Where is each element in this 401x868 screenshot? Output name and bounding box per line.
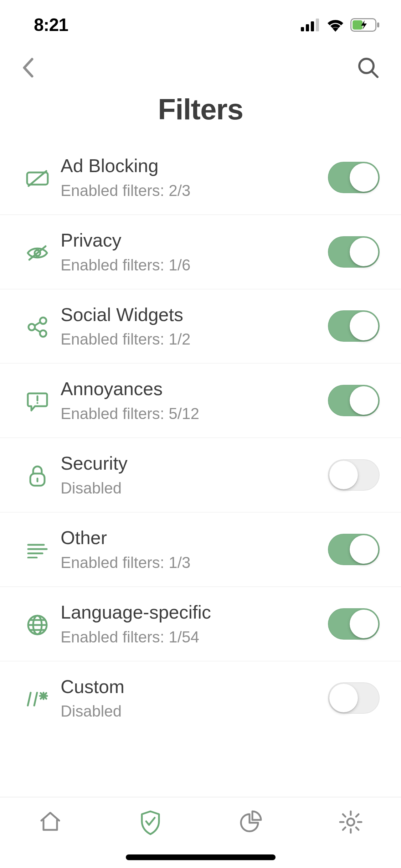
eye-off-icon: [26, 244, 49, 262]
back-button[interactable]: [21, 57, 34, 78]
svg-point-15: [40, 330, 46, 337]
row-security[interactable]: Security Disabled: [0, 438, 401, 512]
ad-block-icon: [26, 170, 49, 187]
svg-point-37: [347, 818, 354, 826]
svg-point-14: [29, 324, 35, 330]
svg-line-45: [343, 827, 345, 830]
toggle-security[interactable]: [328, 459, 380, 491]
lock-icon: [28, 465, 47, 487]
row-sub: Enabled filters: 1/3: [61, 554, 328, 572]
status-bar: 8:21: [0, 0, 401, 43]
svg-rect-5: [377, 22, 379, 27]
row-annoyances[interactable]: Annoyances Enabled filters: 5/12: [0, 363, 401, 438]
toggle-annoyances[interactable]: [328, 385, 380, 416]
svg-line-44: [356, 814, 359, 817]
tab-protection[interactable]: [100, 810, 200, 836]
globe-icon: [27, 614, 48, 636]
toggle-language[interactable]: [328, 608, 380, 640]
svg-line-43: [356, 827, 359, 830]
status-time: 8:21: [34, 15, 68, 35]
share-icon: [27, 316, 48, 338]
toggle-privacy[interactable]: [328, 236, 380, 268]
row-sub: Enabled filters: 1/54: [61, 628, 328, 646]
row-title: Other: [61, 527, 328, 549]
row-title: Ad Blocking: [61, 155, 328, 177]
pie-icon: [239, 810, 262, 833]
code-icon: [26, 691, 48, 707]
toggle-custom[interactable]: [328, 682, 380, 714]
row-sub: Enabled filters: 2/3: [61, 182, 328, 200]
svg-rect-1: [306, 24, 309, 31]
svg-point-13: [40, 317, 46, 324]
svg-rect-2: [311, 21, 314, 31]
row-ad-blocking[interactable]: Ad Blocking Enabled filters: 2/3: [0, 140, 401, 215]
row-sub: Enabled filters: 1/6: [61, 256, 328, 274]
gear-icon: [339, 810, 363, 834]
row-sub: Disabled: [61, 479, 328, 497]
shield-check-icon: [139, 810, 162, 836]
chevron-left-icon: [21, 57, 34, 78]
home-indicator: [126, 854, 276, 860]
svg-line-31: [28, 693, 31, 706]
nav-bar: [0, 43, 401, 93]
tab-stats[interactable]: [201, 810, 301, 833]
toggle-social[interactable]: [328, 310, 380, 342]
row-custom[interactable]: Custom Disabled: [0, 661, 401, 735]
svg-line-8: [372, 71, 377, 77]
status-indicators: [301, 18, 380, 32]
svg-line-17: [35, 329, 40, 332]
row-privacy[interactable]: Privacy Enabled filters: 1/6: [0, 215, 401, 289]
tab-settings[interactable]: [301, 810, 401, 834]
tab-home[interactable]: [0, 810, 100, 833]
row-title: Language-specific: [61, 602, 328, 623]
battery-icon: [350, 18, 380, 32]
search-icon: [357, 56, 380, 79]
svg-line-16: [35, 322, 40, 326]
row-language[interactable]: Language-specific Enabled filters: 1/54: [0, 587, 401, 661]
svg-line-42: [343, 814, 345, 817]
row-title: Security: [61, 453, 328, 474]
row-title: Social Widgets: [61, 304, 328, 326]
row-social[interactable]: Social Widgets Enabled filters: 1/2: [0, 289, 401, 364]
search-button[interactable]: [357, 56, 380, 79]
lines-icon: [27, 543, 48, 558]
row-other[interactable]: Other Enabled filters: 1/3: [0, 512, 401, 587]
toggle-ad-blocking[interactable]: [328, 162, 380, 193]
chat-alert-icon: [26, 391, 48, 412]
row-title: Annoyances: [61, 378, 328, 400]
svg-point-19: [37, 402, 38, 404]
svg-line-32: [34, 693, 37, 706]
row-sub: Enabled filters: 1/2: [61, 330, 328, 348]
row-title: Custom: [61, 676, 328, 698]
svg-rect-0: [301, 27, 304, 31]
cellular-icon: [301, 19, 320, 31]
row-sub: Enabled filters: 5/12: [61, 405, 328, 423]
filter-list: Ad Blocking Enabled filters: 2/3 Privacy…: [0, 140, 401, 797]
home-icon: [38, 810, 62, 833]
page-title: Filters: [0, 93, 401, 126]
svg-rect-6: [353, 20, 363, 30]
wifi-icon: [326, 18, 345, 32]
toggle-other[interactable]: [328, 534, 380, 565]
svg-rect-3: [316, 19, 319, 31]
row-sub: Disabled: [61, 702, 328, 720]
row-title: Privacy: [61, 230, 328, 251]
